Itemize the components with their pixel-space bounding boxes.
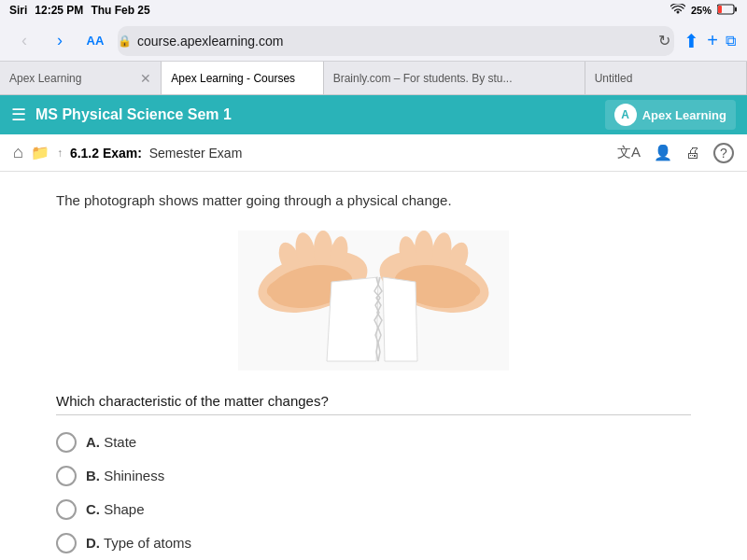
exam-label: 6.1.2 Exam: Semester Exam (70, 146, 242, 161)
question-prompt: Which characteristic of the matter chang… (56, 393, 691, 409)
apex-logo-text: Apex Learning (642, 108, 726, 122)
svg-rect-2 (735, 7, 737, 12)
tab-label-1: Apex Learning (9, 72, 81, 85)
apex-logo-icon: A (614, 104, 637, 126)
audio-icon[interactable]: 👤 (654, 144, 672, 161)
answer-option-d[interactable]: D. Type of atoms (56, 533, 691, 553)
answer-label-b: B. Shininess (86, 468, 164, 483)
status-bar: Siri 12:25 PM Thu Feb 25 25% (0, 0, 747, 21)
battery-icon (717, 4, 738, 17)
answer-options: A. State B. Shininess C. Shape D. Type o… (56, 432, 691, 553)
bookmark-icon[interactable]: 📁 (31, 144, 49, 161)
exam-bar: ⌂ 📁 ↑ 6.1.2 Exam: Semester Exam 文A 👤 🖨 ? (0, 134, 747, 172)
exam-bar-right: 文A 👤 🖨 ? (617, 143, 734, 163)
tab-label-2: Apex Learning - Courses (171, 72, 295, 85)
answer-label-a: A. State (86, 434, 136, 450)
tabs-button[interactable]: ⧉ (726, 33, 736, 49)
answer-label-c: C. Shape (86, 501, 145, 517)
browser-actions: ⬆ + ⧉ (684, 30, 736, 52)
divider (56, 414, 691, 415)
answer-label-d: D. Type of atoms (86, 535, 191, 551)
tab-apex-learning[interactable]: Apex Learning ✕ (0, 62, 162, 94)
translate-icon[interactable]: 文A (617, 144, 641, 161)
breadcrumb-arrow: ↑ (57, 147, 63, 160)
siri-label: Siri (9, 4, 27, 17)
exam-name: Semester Exam (149, 146, 243, 161)
status-time: 12:25 PM (35, 4, 83, 17)
address-text: course.apexlearning.com (137, 34, 283, 49)
share-button[interactable]: ⬆ (684, 30, 699, 52)
svg-point-14 (415, 231, 433, 268)
radio-a[interactable] (56, 432, 77, 453)
browser-nav: ‹ › AA 🔒 course.apexlearning.com ↻ ⬆ + ⧉ (0, 21, 747, 62)
tab-apex-courses[interactable]: Apex Learning - Courses (162, 62, 323, 94)
course-bar: ☰ MS Physical Science Sem 1 A Apex Learn… (0, 95, 747, 134)
exam-code: 6.1.2 Exam: (70, 146, 142, 161)
tab-brainly[interactable]: Brainly.com – For students. By stu... (324, 62, 585, 94)
battery-label: 25% (691, 5, 712, 16)
answer-option-b[interactable]: B. Shininess (56, 466, 691, 486)
lock-icon: 🔒 (118, 35, 132, 48)
tab-untitled[interactable]: Untitled (585, 62, 747, 94)
hamburger-menu[interactable]: ☰ (11, 105, 26, 125)
course-bar-left: ☰ MS Physical Science Sem 1 (11, 105, 232, 125)
answer-option-a[interactable]: A. State (56, 432, 691, 453)
help-icon[interactable]: ? (713, 143, 734, 163)
tab-close-1[interactable]: ✕ (140, 71, 151, 86)
radio-c[interactable] (56, 499, 77, 520)
svg-marker-19 (383, 277, 417, 361)
radio-b[interactable] (56, 466, 77, 486)
print-icon[interactable]: 🖨 (685, 145, 700, 161)
address-bar[interactable]: 🔒 course.apexlearning.com ↻ (118, 26, 674, 56)
question-text: The photograph shows matter going throug… (56, 190, 691, 212)
status-right: 25% (670, 4, 738, 17)
tab-label-4: Untitled (595, 72, 633, 85)
reload-button[interactable]: ↻ (658, 32, 670, 49)
tab-label-3: Brainly.com – For students. By stu... (333, 72, 513, 85)
exam-bar-left: ⌂ 📁 ↑ 6.1.2 Exam: Semester Exam (13, 143, 242, 162)
answer-option-c[interactable]: C. Shape (56, 499, 691, 520)
wifi-icon (670, 4, 685, 17)
reader-button[interactable]: AA (82, 28, 108, 54)
course-title: MS Physical Science Sem 1 (35, 106, 232, 123)
status-left: Siri 12:25 PM Thu Feb 25 (9, 4, 150, 17)
svg-point-7 (314, 231, 332, 268)
apex-logo: A Apex Learning (605, 100, 736, 130)
new-tab-button[interactable]: + (707, 30, 718, 51)
tabs-bar: Apex Learning ✕ Apex Learning - Courses … (0, 62, 747, 95)
status-date: Thu Feb 25 (91, 4, 149, 17)
paper-image (238, 231, 509, 371)
content-area: The photograph shows matter going throug… (0, 172, 747, 560)
back-button[interactable]: ‹ (11, 28, 37, 54)
forward-button[interactable]: › (47, 28, 73, 54)
svg-rect-1 (718, 6, 722, 13)
radio-d[interactable] (56, 533, 77, 553)
home-icon[interactable]: ⌂ (13, 143, 23, 162)
svg-marker-18 (327, 277, 378, 361)
